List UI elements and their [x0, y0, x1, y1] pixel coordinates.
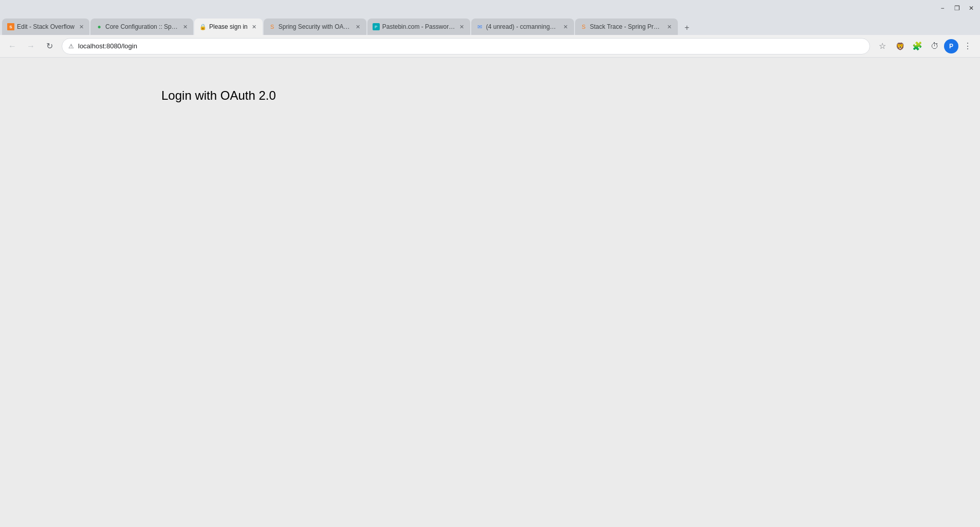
tab-favicon-pb: P [373, 23, 380, 30]
extensions-button[interactable]: 🧩 [909, 38, 926, 54]
new-tab-button[interactable]: + [680, 21, 694, 35]
history-button[interactable]: ⏱ [927, 38, 943, 54]
tab-core-configuration[interactable]: ● Core Configuration :: Spring Se... ✕ [90, 19, 193, 35]
tab-favicon-email: ✉ [476, 23, 484, 30]
tab-favicon-so2: S [580, 23, 587, 30]
tab-title: Please sign in [209, 23, 248, 30]
tab-favicon-so-orange: S [269, 23, 276, 30]
back-button[interactable]: ← [4, 38, 21, 54]
browser-chrome: − ❐ ✕ S Edit - Stack Overflow ✕ ● Core C… [0, 0, 980, 58]
bookmark-button[interactable]: ☆ [874, 38, 891, 54]
profile-avatar[interactable]: P [944, 39, 958, 53]
tab-title: Pastebin.com - Password Emails... [382, 23, 455, 30]
address-lock-icon: ⚠ [68, 43, 74, 50]
close-button[interactable]: ✕ [965, 2, 978, 15]
tab-close-button[interactable]: ✕ [354, 23, 362, 31]
forward-button[interactable]: → [23, 38, 39, 54]
tabs-bar: S Edit - Stack Overflow ✕ ● Core Configu… [0, 16, 980, 35]
tab-stack-trace[interactable]: S Stack Trace - Spring Problem - P... ✕ [575, 19, 678, 35]
address-bar[interactable] [78, 42, 863, 50]
toolbar: ← → ↻ ⚠ ☆ 🦁 🧩 ⏱ P ⋮ [0, 35, 980, 58]
tab-title: Edit - Stack Overflow [17, 23, 75, 30]
tab-favicon-so: S [7, 23, 14, 30]
tab-close-button[interactable]: ✕ [181, 23, 189, 31]
tab-edit-stackoverflow[interactable]: S Edit - Stack Overflow ✕ [2, 19, 89, 35]
reload-button[interactable]: ↻ [41, 38, 58, 54]
tab-please-sign-in[interactable]: 🔒 Please sign in ✕ [194, 19, 263, 35]
address-bar-container[interactable]: ⚠ [62, 38, 870, 54]
tab-favicon-green: ● [96, 23, 103, 30]
window-controls: − ❐ ✕ [936, 2, 978, 15]
tab-title: (4 unread) - ccmanning1128@y... [486, 23, 559, 30]
tab-title: Stack Trace - Spring Problem - P... [590, 23, 663, 30]
page-heading: Login with OAuth 2.0 [161, 88, 276, 103]
tab-title: Spring Security with OAuth2 Lo... [279, 23, 352, 30]
tab-email[interactable]: ✉ (4 unread) - ccmanning1128@y... ✕ [471, 19, 574, 35]
title-bar: − ❐ ✕ [0, 0, 980, 16]
tab-close-button[interactable]: ✕ [77, 23, 85, 31]
tab-close-button[interactable]: ✕ [665, 23, 674, 31]
brave-shield-button[interactable]: 🦁 [892, 38, 908, 54]
tab-pastebin[interactable]: P Pastebin.com - Password Emails... ✕ [367, 19, 470, 35]
tab-close-button[interactable]: ✕ [458, 23, 466, 31]
minimize-button[interactable]: − [936, 2, 949, 15]
menu-button[interactable]: ⋮ [959, 38, 976, 54]
tab-close-button[interactable]: ✕ [562, 23, 570, 31]
toolbar-right: ☆ 🦁 🧩 ⏱ P ⋮ [874, 38, 976, 54]
tab-title: Core Configuration :: Spring Se... [105, 23, 178, 30]
tab-favicon-lock: 🔒 [199, 23, 207, 30]
page-content: Login with OAuth 2.0 [0, 58, 980, 527]
tab-spring-security-oauth2[interactable]: S Spring Security with OAuth2 Lo... ✕ [264, 19, 366, 35]
tab-close-button[interactable]: ✕ [250, 23, 258, 31]
restore-button[interactable]: ❐ [950, 2, 964, 15]
